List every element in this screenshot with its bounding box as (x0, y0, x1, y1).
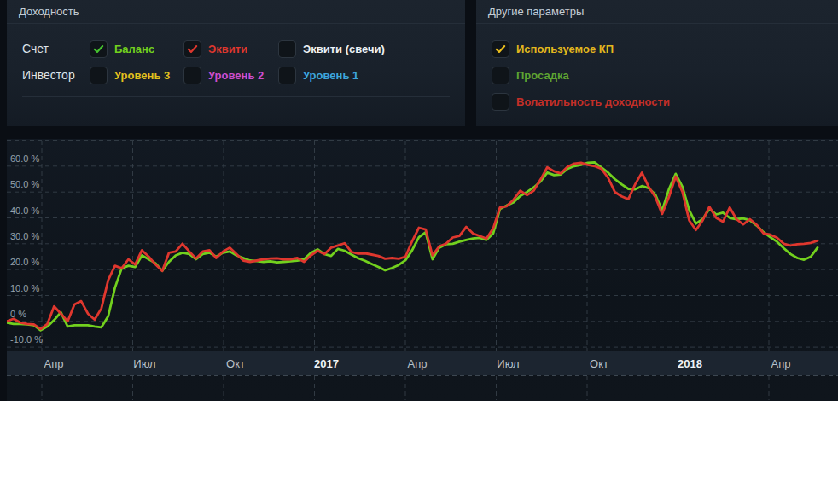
other-params-panel: Другие параметры Используемое КП Просадк… (476, 0, 838, 126)
checkbox-box[interactable] (90, 67, 108, 84)
svg-text:-10.0 %: -10.0 % (10, 334, 43, 345)
lower-strip (7, 376, 838, 401)
profitability-chart-panel: 60.0 %50.0 %40.0 %30.0 %20.0 %10.0 %0 %-… (7, 139, 838, 401)
svg-text:20.0 %: 20.0 % (10, 257, 39, 267)
checkbox-label[interactable]: Уровень 2 (208, 69, 264, 82)
checkbox-equity-candles[interactable]: Эквити (свечи) (278, 40, 385, 58)
checkbox-box[interactable] (183, 40, 201, 58)
checkbox-label[interactable]: Эквити (208, 43, 247, 55)
checkbox-volatility[interactable]: Волатильность доходности (492, 93, 670, 111)
account-row: Счет Баланс Эквити Эквити (свечи) (22, 38, 450, 60)
svg-text:40.0 %: 40.0 % (10, 206, 39, 216)
checkbox-used-margin[interactable]: Используемое КП (492, 40, 614, 58)
svg-text:Окт: Окт (226, 357, 245, 370)
checkbox-balance[interactable]: Баланс (90, 40, 183, 58)
svg-text:50.0 %: 50.0 % (10, 179, 39, 189)
checkbox-drawdown[interactable]: Просадка (492, 67, 569, 84)
checkbox-label[interactable]: Просадка (516, 69, 569, 82)
svg-text:Апр: Апр (408, 357, 428, 370)
checkbox-box[interactable] (492, 40, 509, 58)
svg-text:30.0 %: 30.0 % (10, 231, 39, 241)
checkbox-box[interactable] (90, 40, 108, 58)
svg-text:0 %: 0 % (10, 309, 26, 319)
check-icon (186, 43, 199, 55)
checkbox-equity[interactable]: Эквити (183, 40, 278, 58)
gridlines (7, 141, 838, 352)
svg-text:Июл: Июл (497, 357, 519, 370)
profitability-panel-header: Доходность (7, 0, 465, 24)
volatility-row: Волатильность доходности (492, 90, 823, 113)
checkbox-label[interactable]: Волатильность доходности (516, 96, 670, 108)
other-params-rows: Используемое КП Просадка Волатильность д… (476, 24, 838, 113)
y-axis-labels: 60.0 %50.0 %40.0 %30.0 %20.0 %10.0 %0 %-… (10, 154, 43, 345)
series-line-Эквити (7, 163, 818, 329)
checkbox-label[interactable]: Используемое КП (516, 43, 614, 55)
other-params-panel-header: Другие параметры (476, 0, 838, 24)
checkbox-label[interactable]: Баланс (114, 43, 154, 55)
investor-row: Инвестор Уровень 3 Уровень 2 Уровень 1 (22, 64, 450, 86)
check-icon (494, 43, 507, 55)
app-background: Доходность Счет Баланс Эквити Эквити (0, 0, 838, 401)
checkbox-box[interactable] (492, 67, 509, 84)
panel-divider (22, 96, 450, 97)
svg-text:Июл: Июл (133, 357, 155, 370)
profitability-rows: Счет Баланс Эквити Эквити (свечи) (7, 24, 465, 97)
svg-text:Апр: Апр (44, 357, 64, 370)
checkbox-label[interactable]: Уровень 3 (114, 69, 170, 82)
svg-text:Окт: Окт (590, 357, 608, 370)
checkbox-level2[interactable]: Уровень 2 (183, 67, 278, 84)
series-line-Баланс (7, 162, 818, 330)
used-margin-row: Используемое КП (492, 38, 823, 60)
svg-text:2018: 2018 (678, 357, 702, 370)
checkbox-box[interactable] (278, 67, 296, 84)
svg-text:60.0 %: 60.0 % (10, 154, 39, 164)
checkbox-box[interactable] (492, 93, 509, 111)
profitability-panel-title: Доходность (19, 5, 79, 18)
checkbox-level3[interactable]: Уровень 3 (90, 67, 183, 84)
drawdown-row: Просадка (492, 64, 823, 86)
investor-row-label: Инвестор (22, 68, 90, 82)
svg-text:2017: 2017 (314, 357, 339, 370)
checkbox-level1[interactable]: Уровень 1 (278, 67, 358, 84)
checkbox-label[interactable]: Уровень 1 (303, 69, 358, 82)
svg-text:10.0 %: 10.0 % (10, 283, 39, 293)
checkbox-label[interactable]: Эквити (свечи) (303, 43, 385, 55)
page: Доходность Счет Баланс Эквити Эквити (0, 0, 838, 504)
profitability-panel: Доходность Счет Баланс Эквити Эквити (7, 0, 465, 126)
checkbox-box[interactable] (278, 40, 296, 58)
check-icon (92, 43, 105, 55)
svg-text:Апр: Апр (771, 357, 791, 370)
account-row-label: Счет (22, 42, 90, 55)
other-params-panel-title: Другие параметры (488, 5, 584, 18)
profitability-chart: 60.0 %50.0 %40.0 %30.0 %20.0 %10.0 %0 %-… (7, 139, 838, 401)
checkbox-box[interactable] (183, 67, 201, 84)
